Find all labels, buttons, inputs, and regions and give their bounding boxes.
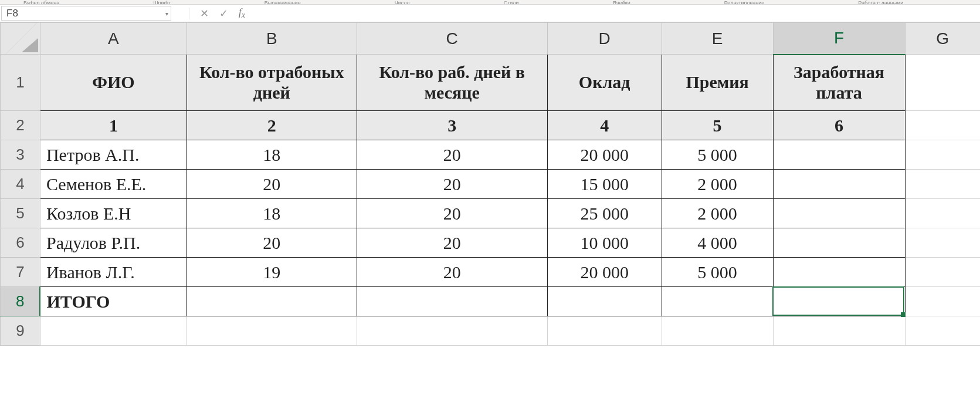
cell-E6[interactable]: 4 000	[662, 228, 773, 258]
cell-C8[interactable]	[357, 287, 547, 316]
cell-F5[interactable]	[773, 199, 905, 228]
column-header-C[interactable]: C	[357, 23, 547, 55]
cell-D7[interactable]: 20 000	[547, 258, 662, 287]
cell-A7[interactable]: Иванов Л.Г.	[40, 258, 186, 287]
cell-G3[interactable]	[905, 140, 980, 170]
cell-E2[interactable]: 5	[662, 111, 773, 140]
row-header-2[interactable]: 2	[1, 111, 40, 140]
row-header-7[interactable]: 7	[1, 258, 40, 287]
cell-E9[interactable]	[662, 316, 773, 346]
divider	[189, 8, 189, 19]
cell-A8[interactable]: ИТОГО	[40, 287, 186, 316]
cancel-icon[interactable]: ✕	[200, 8, 209, 19]
column-header-G[interactable]: G	[905, 23, 980, 55]
cell-C4[interactable]: 20	[357, 170, 547, 199]
cell-B3[interactable]: 18	[186, 140, 357, 170]
ribbon-groups-strip: Буфер обмена Шрифт Выравнивание Число Ст…	[0, 0, 980, 5]
row-header-8[interactable]: 8	[1, 287, 40, 316]
cell-B9[interactable]	[186, 316, 357, 346]
row-header-9[interactable]: 9	[1, 316, 40, 346]
row-header-5[interactable]: 5	[1, 199, 40, 228]
cell-D4[interactable]: 15 000	[547, 170, 662, 199]
cell-A9[interactable]	[40, 316, 186, 346]
row-header-6[interactable]: 6	[1, 228, 40, 258]
cell-B4[interactable]: 20	[186, 170, 357, 199]
ribbon-group-label: Число	[395, 0, 410, 5]
cell-C2[interactable]: 3	[357, 111, 547, 140]
cell-F8[interactable]	[773, 287, 905, 316]
cell-D8[interactable]	[547, 287, 662, 316]
cell-D9[interactable]	[547, 316, 662, 346]
cell-A1[interactable]: ФИО	[40, 55, 186, 111]
cell-F7[interactable]	[773, 258, 905, 287]
row-header-4[interactable]: 4	[1, 170, 40, 199]
ribbon-group-label: Редактирование	[724, 0, 765, 5]
cell-G8[interactable]	[905, 287, 980, 316]
cell-C9[interactable]	[357, 316, 547, 346]
spreadsheet-grid[interactable]: A B C D E F G 1 ФИО Кол-во отрабоных дне…	[0, 22, 980, 346]
column-header-D[interactable]: D	[547, 23, 662, 55]
ribbon-group-label: Стили	[504, 0, 519, 5]
cell-F6[interactable]	[773, 228, 905, 258]
cell-B1[interactable]: Кол-во отрабоных дней	[186, 55, 357, 111]
cell-E3[interactable]: 5 000	[662, 140, 773, 170]
cell-B5[interactable]: 18	[186, 199, 357, 228]
cell-C3[interactable]: 20	[357, 140, 547, 170]
cell-A6[interactable]: Радулов Р.П.	[40, 228, 186, 258]
cell-A2[interactable]: 1	[40, 111, 186, 140]
formula-bar: F8 ▾ ✕ ✓ fx	[0, 5, 980, 22]
cell-C7[interactable]: 20	[357, 258, 547, 287]
chevron-down-icon[interactable]: ▾	[165, 10, 168, 16]
cell-D5[interactable]: 25 000	[547, 199, 662, 228]
column-header-F[interactable]: F	[773, 23, 905, 55]
column-header-E[interactable]: E	[662, 23, 773, 55]
select-all-corner[interactable]	[1, 23, 40, 55]
cell-F2[interactable]: 6	[773, 111, 905, 140]
cell-E8[interactable]	[662, 287, 773, 316]
row-header-1[interactable]: 1	[1, 55, 40, 111]
column-header-B[interactable]: B	[186, 23, 357, 55]
cell-G6[interactable]	[905, 228, 980, 258]
ribbon-group-label: Шрифт	[153, 0, 171, 5]
enter-icon[interactable]: ✓	[219, 8, 228, 19]
formula-bar-tools: ✕ ✓ fx	[171, 5, 253, 22]
cell-B7[interactable]: 19	[186, 258, 357, 287]
cell-D1[interactable]: Оклад	[547, 55, 662, 111]
cell-C1[interactable]: Кол-во раб. дней в месяце	[357, 55, 547, 111]
cell-C6[interactable]: 20	[357, 228, 547, 258]
cell-G9[interactable]	[905, 316, 980, 346]
cell-E4[interactable]: 2 000	[662, 170, 773, 199]
cell-E1[interactable]: Премия	[662, 55, 773, 111]
name-box-value: F8	[6, 8, 18, 19]
ribbon-group-label: Выравнивание	[265, 0, 301, 5]
cell-E5[interactable]: 2 000	[662, 199, 773, 228]
cell-D3[interactable]: 20 000	[547, 140, 662, 170]
ribbon-group-label: Буфер обмена	[23, 0, 59, 5]
cell-G5[interactable]	[905, 199, 980, 228]
cell-E7[interactable]: 5 000	[662, 258, 773, 287]
cell-A3[interactable]: Петров А.П.	[40, 140, 186, 170]
cell-F1[interactable]: Заработная плата	[773, 55, 905, 111]
cell-D6[interactable]: 10 000	[547, 228, 662, 258]
cell-B6[interactable]: 20	[186, 228, 357, 258]
cell-D2[interactable]: 4	[547, 111, 662, 140]
cell-G1[interactable]	[905, 55, 980, 111]
cell-G4[interactable]	[905, 170, 980, 199]
name-box[interactable]: F8 ▾	[1, 6, 171, 21]
row-header-3[interactable]: 3	[1, 140, 40, 170]
column-header-A[interactable]: A	[40, 23, 186, 55]
cell-F9[interactable]	[773, 316, 905, 346]
formula-input[interactable]	[253, 5, 980, 22]
ribbon-group-label: Ячейки	[613, 0, 630, 5]
fx-icon[interactable]: fx	[239, 7, 245, 19]
cell-G7[interactable]	[905, 258, 980, 287]
cell-C5[interactable]: 20	[357, 199, 547, 228]
cell-B2[interactable]: 2	[186, 111, 357, 140]
cell-F3[interactable]	[773, 140, 905, 170]
ribbon-group-label: Работа с данными	[858, 0, 903, 5]
cell-A4[interactable]: Семенов Е.Е.	[40, 170, 186, 199]
cell-G2[interactable]	[905, 111, 980, 140]
cell-A5[interactable]: Козлов Е.Н	[40, 199, 186, 228]
cell-F4[interactable]	[773, 170, 905, 199]
cell-B8[interactable]	[186, 287, 357, 316]
